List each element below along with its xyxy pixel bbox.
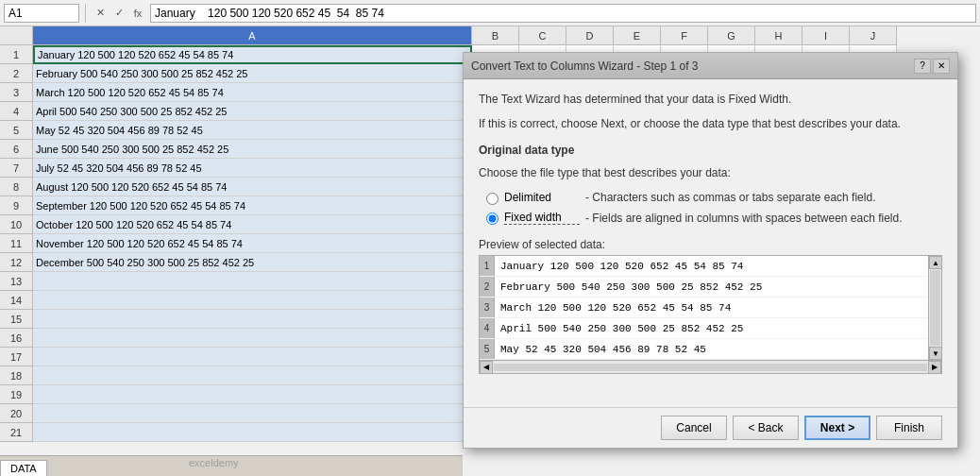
cell-a14[interactable] xyxy=(33,291,472,310)
cancel-formula-icon[interactable]: ✕ xyxy=(92,5,109,22)
col-header-c[interactable]: C xyxy=(519,26,566,45)
row-header-7[interactable]: 7 xyxy=(0,159,33,178)
cell-a4[interactable]: April 500 540 250 300 500 25 852 452 25 xyxy=(33,102,472,121)
formula-icons: ✕ ✓ fx xyxy=(92,5,146,22)
row-header-18[interactable]: 18 xyxy=(0,366,33,385)
row-header-14[interactable]: 14 xyxy=(0,291,33,310)
cell-a1[interactable]: January 120 500 120 520 652 45 54 85 74 xyxy=(33,45,472,64)
row-header-2[interactable]: 2 xyxy=(0,64,33,83)
radio-fixed-label: Fixed width xyxy=(504,211,580,225)
col-header-e[interactable]: E xyxy=(614,26,661,45)
formula-input[interactable] xyxy=(150,4,976,23)
row-header-9[interactable]: 9 xyxy=(0,196,33,215)
cell-a11[interactable]: November 120 500 120 520 652 45 54 85 74 xyxy=(33,234,472,253)
confirm-formula-icon[interactable]: ✓ xyxy=(110,5,127,22)
row-header-10[interactable]: 10 xyxy=(0,215,33,234)
watermark: exceldemy xyxy=(189,457,239,468)
preview-row-content-5: May 52 45 320 504 456 89 78 52 45 xyxy=(495,344,712,355)
col-headers: A B C D E F G H I J xyxy=(0,26,980,45)
preview-row-1: 1 January 120 500 120 520 652 45 54 85 7… xyxy=(480,256,928,277)
cell-a8[interactable]: August 120 500 120 520 652 45 54 85 74 xyxy=(33,178,472,196)
cell-a7[interactable]: July 52 45 320 504 456 89 78 52 45 xyxy=(33,159,472,178)
preview-row-content-1: January 120 500 120 520 652 45 54 85 74 xyxy=(495,261,749,272)
col-header-d[interactable]: D xyxy=(566,26,614,45)
back-button[interactable]: < Back xyxy=(733,416,799,440)
radio-delimited[interactable] xyxy=(486,193,498,205)
finish-button[interactable]: Finish xyxy=(876,416,942,440)
cell-a12[interactable]: December 500 540 250 300 500 25 852 452 … xyxy=(33,253,472,272)
row-header-1[interactable]: 1 xyxy=(0,45,33,64)
scrollbar-down-arrow[interactable]: ▼ xyxy=(929,347,941,360)
row-header-4[interactable]: 4 xyxy=(0,102,33,121)
scrollbar-right-arrow[interactable]: ▶ xyxy=(928,361,941,374)
row-header-19[interactable]: 19 xyxy=(0,385,33,404)
row-header-21[interactable]: 21 xyxy=(0,423,33,442)
excel-container: A1 ✕ ✓ fx A B C D E F G H I J 1 xyxy=(0,0,980,476)
cell-a13[interactable] xyxy=(33,272,472,291)
cell-a2[interactable]: February 500 540 250 300 500 25 852 452 … xyxy=(33,64,472,83)
dialog-controls: ? ✕ xyxy=(914,59,950,74)
radio-fixed-item: Fixed width - Fields are aligned in colu… xyxy=(486,211,942,225)
row-header-6[interactable]: 6 xyxy=(0,140,33,159)
preview-row-num-1: 1 xyxy=(480,256,495,276)
row-header-17[interactable]: 17 xyxy=(0,348,33,366)
preview-horizontal-scrollbar[interactable]: ◀ ▶ xyxy=(480,360,941,373)
col-header-g[interactable]: G xyxy=(708,26,755,45)
row-header-16[interactable]: 16 xyxy=(0,329,33,348)
preview-row-num-2: 2 xyxy=(480,277,495,297)
preview-box: 1 January 120 500 120 520 652 45 54 85 7… xyxy=(480,256,941,360)
row-header-3[interactable]: 3 xyxy=(0,83,33,102)
col-header-b[interactable]: B xyxy=(472,26,519,45)
radio-fixed-width[interactable] xyxy=(486,212,498,225)
radio-fixed-desc: - Fields are aligned in columns with spa… xyxy=(585,212,903,225)
row-header-12[interactable]: 12 xyxy=(0,253,33,272)
preview-row-3: 3 March 120 500 120 520 652 45 54 85 74 xyxy=(480,298,928,318)
file-type-radio-group: Delimited - Characters such as commas or… xyxy=(486,191,942,225)
radio-delimited-label-box: Delimited - Characters such as commas or… xyxy=(504,191,875,204)
row-header-20[interactable]: 20 xyxy=(0,404,33,423)
dialog-titlebar: Convert Text to Columns Wizard - Step 1 … xyxy=(464,53,957,79)
row-col-corner xyxy=(0,26,33,45)
preview-vertical-scrollbar[interactable]: ▲ ▼ xyxy=(928,256,941,360)
preview-row-num-3: 3 xyxy=(480,298,495,317)
formula-bar: A1 ✕ ✓ fx xyxy=(0,0,980,26)
row-header-11[interactable]: 11 xyxy=(0,234,33,253)
radio-fixed-label-box: Fixed width - Fields are aligned in colu… xyxy=(504,211,903,225)
scrollbar-left-arrow[interactable]: ◀ xyxy=(480,361,493,374)
col-header-j[interactable]: J xyxy=(850,26,897,45)
cell-a9[interactable]: September 120 500 120 520 652 45 54 85 7… xyxy=(33,196,472,215)
sheet-tab-data[interactable]: DATA xyxy=(0,460,47,476)
preview-row-content-4: April 500 540 250 300 500 25 852 452 25 xyxy=(495,323,749,334)
col-header-a[interactable]: A xyxy=(33,26,472,45)
cell-a10[interactable]: October 120 500 120 520 652 45 54 85 74 xyxy=(33,215,472,234)
col-header-f[interactable]: F xyxy=(661,26,708,45)
next-button[interactable]: Next > xyxy=(804,416,870,440)
radio-delimited-item: Delimited - Characters such as commas or… xyxy=(486,191,942,205)
cell-a5[interactable]: May 52 45 320 504 456 89 78 52 45 xyxy=(33,121,472,140)
radio-delimited-label: Delimited xyxy=(504,191,580,204)
choose-file-type-label: Choose the file type that best describes… xyxy=(479,166,942,179)
preview-row-2: 2 February 500 540 250 300 500 25 852 45… xyxy=(480,277,928,298)
row-header-13[interactable]: 13 xyxy=(0,272,33,291)
formula-bar-divider xyxy=(85,4,86,23)
scrollbar-up-arrow[interactable]: ▲ xyxy=(929,256,941,269)
preview-label: Preview of selected data: xyxy=(479,238,942,251)
row-header-8[interactable]: 8 xyxy=(0,178,33,196)
dialog-content: The Text Wizard has determined that your… xyxy=(464,79,957,407)
dialog-desc-1: The Text Wizard has determined that your… xyxy=(479,91,942,108)
row-header-5[interactable]: 5 xyxy=(0,121,33,140)
insert-function-icon[interactable]: fx xyxy=(129,5,146,22)
cell-a6[interactable]: June 500 540 250 300 500 25 852 452 25 xyxy=(33,140,472,159)
dialog-help-button[interactable]: ? xyxy=(914,59,931,74)
convert-text-dialog: Convert Text to Columns Wizard - Step 1 … xyxy=(463,52,958,449)
cancel-button[interactable]: Cancel xyxy=(661,416,727,440)
dialog-close-button[interactable]: ✕ xyxy=(933,59,950,74)
name-box[interactable]: A1 xyxy=(4,4,79,23)
row-header-15[interactable]: 15 xyxy=(0,310,33,329)
col-header-h[interactable]: H xyxy=(755,26,803,45)
scrollbar-thumb[interactable] xyxy=(930,270,940,346)
preview-row-4: 4 April 500 540 250 300 500 25 852 452 2… xyxy=(480,318,928,339)
col-header-i[interactable]: I xyxy=(803,26,850,45)
cell-a3[interactable]: March 120 500 120 520 652 45 54 85 74 xyxy=(33,83,472,102)
preview-row-content-2: February 500 540 250 300 500 25 852 452 … xyxy=(495,281,768,293)
